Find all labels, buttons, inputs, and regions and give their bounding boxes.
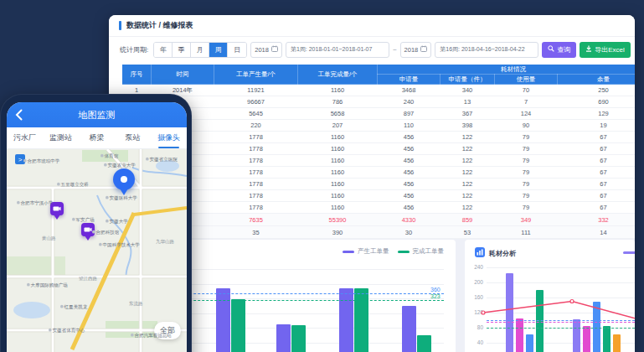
phone-mockup: 地图监测 污水厂监测站桥梁泵站摄像头 xyxy=(0,94,192,352)
tab-泵站[interactable]: 泵站 xyxy=(115,127,151,148)
period-option-月[interactable]: 月 xyxy=(191,43,209,57)
table-cell: 456 xyxy=(378,190,440,202)
year-end-select[interactable]: 2018 xyxy=(400,42,432,58)
table-cell: 90 xyxy=(495,120,558,132)
bar-产生工单量 xyxy=(402,306,416,352)
table-cell: 456 xyxy=(378,202,440,214)
consumable-chart-legend-swatch xyxy=(623,251,635,254)
year-start-value: 2018 xyxy=(255,46,269,54)
legend-swatch xyxy=(343,251,354,253)
bar-series-blue xyxy=(526,334,533,352)
breadcrumb-accent xyxy=(119,21,121,30)
table-cell: 124 xyxy=(495,108,558,120)
tab-摄像头[interactable]: 摄像头 xyxy=(151,127,187,148)
bar-series-green xyxy=(603,326,611,352)
table-cell: 96667 xyxy=(214,96,298,108)
query-button-label: 查询 xyxy=(557,45,570,54)
calendar-icon xyxy=(271,45,278,54)
y-axis-tick: 80 xyxy=(470,324,483,330)
table-cell: 1778 xyxy=(214,202,298,214)
chart-icon xyxy=(475,247,485,257)
sub-col-header: 申请量 xyxy=(378,75,440,85)
table-cell: 1160 xyxy=(298,190,378,202)
table-cell: 67 xyxy=(558,167,636,179)
table-cell: 53 xyxy=(440,226,495,239)
table-row: 177811604561227967 xyxy=(122,143,636,155)
screenshot-stage: 数据统计 / 维修报表 统计周期: 年季月周日 2018 第1周: 2018-0… xyxy=(0,0,644,352)
map-label: 红星美凯龙 xyxy=(60,303,87,310)
table-cell: 1778 xyxy=(214,167,298,179)
range-separator: ~ xyxy=(393,46,397,54)
table-cell: 3468 xyxy=(378,85,440,96)
bar-完成工单量 xyxy=(291,325,306,352)
map-label: 五里墩立交桥 xyxy=(57,181,89,188)
reference-line xyxy=(487,320,635,321)
table-cell: 129 xyxy=(558,108,636,120)
table-cell: 79 xyxy=(495,167,558,179)
map-label: 黄山路 xyxy=(42,235,56,241)
map-label: 安徽省立医院 xyxy=(146,156,178,163)
y-axis-tick: 120 xyxy=(470,309,483,315)
table-row: 177811604561227967 xyxy=(122,179,636,190)
legend-label: 完成工单量 xyxy=(413,247,445,256)
table-cell: 79 xyxy=(495,202,558,214)
table-cell: 79 xyxy=(495,132,558,143)
year-start-select[interactable]: 2018 xyxy=(250,42,282,58)
tab-桥梁[interactable]: 桥梁 xyxy=(79,127,115,148)
table-row: 177811604561227967 xyxy=(122,190,636,202)
table-cell: 67 xyxy=(558,132,636,143)
table-cell: 1778 xyxy=(214,190,298,202)
table-cell: 1160 xyxy=(298,85,378,96)
table-cell: 111 xyxy=(495,226,558,239)
table-cell: 13 xyxy=(440,96,495,108)
map-label: 体育馆 xyxy=(100,153,118,159)
period-option-年[interactable]: 年 xyxy=(154,43,173,57)
tab-污水厂[interactable]: 污水厂 xyxy=(7,127,43,148)
filter-bar: 统计周期: 年季月周日 2018 第1周: 2018-01-01~2018-01… xyxy=(109,37,635,62)
map-label: 合肥市宁溪小学 xyxy=(17,199,53,206)
report-table: 序号时间工单产生量/个工单完成量/个耗材情况申请量申请量（件）使用量余量1201… xyxy=(121,64,635,239)
table-cell: 332 xyxy=(558,214,636,226)
range-end-input[interactable]: 第16周: 2018-04-16~2018-04-22 xyxy=(435,42,538,58)
table-cell: 79 xyxy=(495,143,558,155)
table-row: 2202071103989019 xyxy=(122,120,636,132)
range-start-input[interactable]: 第1周: 2018-01-01~2018-01-07 xyxy=(286,42,389,58)
table-cell: 7635 xyxy=(214,214,298,226)
period-option-日[interactable]: 日 xyxy=(228,43,246,57)
table-cell: 122 xyxy=(440,190,495,202)
table-cell: 250 xyxy=(558,85,636,96)
y-axis-tick: 160 xyxy=(470,294,483,300)
report-table-wrap: 序号时间工单产生量/个工单完成量/个耗材情况申请量申请量（件）使用量余量1201… xyxy=(121,64,635,239)
map-label: 安徽省体育中心 xyxy=(49,327,85,334)
consumable-chart-card: 耗材分析 2402001601208040 xyxy=(465,240,635,352)
table-cell: 897 xyxy=(378,108,440,120)
query-button[interactable]: 查询 xyxy=(542,42,576,58)
table-cell: 14 xyxy=(558,226,636,239)
table-cell: 11921 xyxy=(214,85,298,96)
bar-series-orange xyxy=(613,334,621,352)
export-excel-button[interactable]: 导出Excel xyxy=(580,42,631,58)
table-cell: 4330 xyxy=(378,214,440,226)
period-option-季[interactable]: 季 xyxy=(173,43,191,57)
table-cell: 456 xyxy=(378,179,440,190)
legend-item: 完成工单量 xyxy=(398,247,445,256)
period-label: 统计周期: xyxy=(120,45,148,54)
table-cell: 1778 xyxy=(214,179,298,190)
map-label: 九华山路 xyxy=(156,238,174,245)
map-label: 中国科学技术大学 xyxy=(99,241,140,248)
table-cell: 122 xyxy=(440,179,495,190)
table-cell: 240 xyxy=(378,96,440,108)
table-cell: 1160 xyxy=(298,167,378,179)
breadcrumb: 数据统计 / 维修报表 xyxy=(126,20,193,31)
tab-监测站[interactable]: 监测站 xyxy=(43,127,79,148)
map-view[interactable]: > 全部 合肥市琥珀中学体育馆安徽农业大学安徽省立医院五里墩立交桥合肥市宁溪小学… xyxy=(7,149,187,352)
back-icon[interactable] xyxy=(15,109,23,124)
period-option-周[interactable]: 周 xyxy=(209,43,228,57)
calendar-icon xyxy=(420,45,427,54)
bar-完成工单量 xyxy=(231,299,245,352)
selected-camera-pin[interactable] xyxy=(113,168,135,190)
table-row: 177811604561227967 xyxy=(122,155,636,167)
download-icon xyxy=(585,45,592,54)
table-cell: 122 xyxy=(440,167,495,179)
table-cell: 67 xyxy=(558,143,636,155)
